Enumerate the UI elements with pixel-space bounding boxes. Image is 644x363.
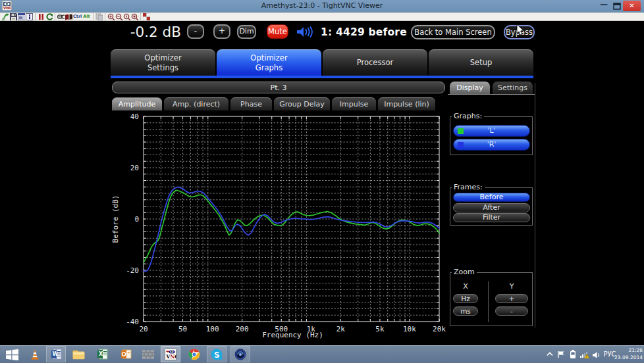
ctrl-alt-del-icon[interactable] <box>57 13 65 20</box>
svg-text:VNC: VNC <box>166 354 176 360</box>
measurement-point-header: Pt. 3 <box>112 82 445 93</box>
graph-tab-group-delay[interactable]: Group Delay <box>274 97 330 110</box>
refresh-icon[interactable] <box>45 13 53 20</box>
graph-tab-amp-direct[interactable]: Amp. (direct) <box>164 97 228 110</box>
zoom-x-hz-button[interactable]: Hz <box>453 294 478 303</box>
back-to-main-screen-button[interactable]: Back to Main Screen <box>411 25 495 39</box>
window-title: Amethyst-23:0 - TightVNC Viewer <box>0 0 644 12</box>
full-screen-icon[interactable] <box>143 13 150 20</box>
graph-tab-amplitude[interactable]: Amplitude <box>112 97 162 110</box>
zoom-x-column-label: X <box>453 282 478 291</box>
svg-text:20: 20 <box>130 164 139 172</box>
toolbar-separator <box>105 13 105 20</box>
zoom-out-icon[interactable] <box>115 13 122 20</box>
close-button[interactable]: ✕ <box>623 1 641 11</box>
zoom-in-icon[interactable] <box>107 13 115 20</box>
taskbar-app-chrome-icon[interactable] <box>184 346 204 362</box>
zoom-column-divider <box>488 281 489 322</box>
taskbar-app-vlc-icon[interactable] <box>25 346 45 362</box>
zoom-auto-icon[interactable] <box>131 13 138 20</box>
panel-tab-settings[interactable]: Settings <box>493 82 533 94</box>
panel-tab-display[interactable]: Display <box>450 82 490 94</box>
zoom-x-ms-button[interactable]: ms <box>453 306 478 316</box>
graph-tab-impulse[interactable]: Impulse <box>332 97 376 110</box>
svg-text:200: 200 <box>236 325 249 333</box>
graph-tab-impulse-lin[interactable]: Impulse (lin) <box>378 97 435 110</box>
svg-text:50: 50 <box>178 325 187 333</box>
frame-button-after[interactable]: After <box>453 203 530 212</box>
svg-text:X: X <box>99 351 103 357</box>
connection-options-icon[interactable] <box>18 13 25 20</box>
save-session-icon[interactable] <box>10 13 17 20</box>
zoom-y-plus-button[interactable]: + <box>495 294 528 303</box>
tray-network-icon[interactable] <box>579 349 589 359</box>
graph-tab-phase[interactable]: Phase <box>230 97 272 110</box>
svg-text:-20: -20 <box>126 266 139 275</box>
tray-battery-icon[interactable] <box>568 349 578 359</box>
frequency-response-chart: 40200-20-4020501002005001k2k5k10k20kBefo… <box>109 110 449 345</box>
tray-flag-icon[interactable] <box>556 349 566 359</box>
channel-color-swatch <box>458 128 464 134</box>
frames-groupbox-label: Frames: <box>452 183 485 191</box>
main-tab-label-line: Optimizer <box>250 53 287 63</box>
toolbar-separator <box>55 13 55 20</box>
svg-text:10k: 10k <box>403 325 416 333</box>
main-tab-processor[interactable]: Processor <box>323 49 427 76</box>
tray-time: 21:26 <box>612 347 643 354</box>
svg-text:20: 20 <box>139 325 148 333</box>
main-tab-setup[interactable]: Setup <box>429 49 533 76</box>
alt-key-icon[interactable]: Alt <box>83 13 90 20</box>
zoom-100-icon[interactable] <box>123 13 130 20</box>
mute-button[interactable]: Mute <box>267 24 288 39</box>
taskbar-app-media-player-icon[interactable] <box>230 346 250 362</box>
tray-chevron-up-icon[interactable] <box>545 349 555 359</box>
toolbar-separator <box>35 13 36 20</box>
start-button[interactable] <box>0 346 24 363</box>
vnc-toolbar: CtrlAlt <box>0 12 644 21</box>
master-volume-readout: -0.2 dB <box>111 23 181 41</box>
main-tab-optimizer-graphs[interactable]: OptimizerGraphs <box>217 49 321 76</box>
win-key-icon[interactable] <box>65 13 72 20</box>
channel-color-swatch <box>458 142 464 148</box>
taskbar-app-explorer-icon[interactable] <box>68 346 88 362</box>
taskbar-app-outlook-icon[interactable] <box>116 346 136 362</box>
main-tab-optimizer-settings[interactable]: OptimizerSettings <box>111 49 215 76</box>
graph-channel-button-l[interactable]: 'L' <box>453 125 530 137</box>
toolbar-separator <box>93 13 94 20</box>
zoom-y-minus-button[interactable]: - <box>495 306 528 316</box>
volume-up-button[interactable]: + <box>213 24 230 39</box>
dim-button[interactable]: Dim <box>237 25 256 39</box>
main-tab-label-line: Settings <box>148 63 178 73</box>
main-tab-label-line: Optimizer <box>144 53 181 63</box>
zoom-groupbox-label: Zoom <box>452 268 477 276</box>
taskbar-app-word-icon[interactable]: W <box>46 346 66 362</box>
minimize-button[interactable]: — <box>598 1 610 11</box>
svg-text:0: 0 <box>134 215 139 224</box>
taskbar-app-excel-icon[interactable]: X <box>92 346 112 362</box>
volume-down-button[interactable]: - <box>187 24 204 39</box>
svg-text:20k: 20k <box>433 325 446 333</box>
graphs-groupbox-label: Graphs: <box>452 112 484 120</box>
ctrl-key-icon[interactable]: Ctrl <box>73 13 82 20</box>
connection-info-icon[interactable] <box>26 13 33 20</box>
tray-volume-icon[interactable] <box>591 349 601 359</box>
frame-button-before[interactable]: Before <box>453 193 530 202</box>
taskbar-app-skype-icon[interactable]: S <box>207 346 227 362</box>
svg-text:S: S <box>214 350 220 359</box>
tray-date: 23.09.2014 <box>612 354 643 361</box>
svg-text:Frequency (Hz): Frequency (Hz) <box>262 331 323 339</box>
svg-text:40: 40 <box>130 112 139 121</box>
pause-icon[interactable] <box>38 13 45 20</box>
speaker-icon <box>296 26 313 38</box>
svg-text:100: 100 <box>206 325 219 333</box>
graph-channel-button-r[interactable]: 'R' <box>453 139 530 151</box>
taskbar-app-bricks-icon[interactable] <box>138 346 158 362</box>
tray-clock[interactable]: 21:26 23.09.2014 <box>612 347 643 362</box>
taskbar-app-vnc-icon[interactable]: VNC <box>161 346 180 362</box>
main-tab-label-line: Processor <box>357 58 393 68</box>
main-tab-label-line: Setup <box>470 58 492 68</box>
file-transfer-icon[interactable] <box>95 13 103 20</box>
frame-button-filter[interactable]: Filter <box>453 213 530 222</box>
new-connection-icon[interactable] <box>2 13 9 20</box>
maximize-button[interactable] <box>611 1 623 11</box>
